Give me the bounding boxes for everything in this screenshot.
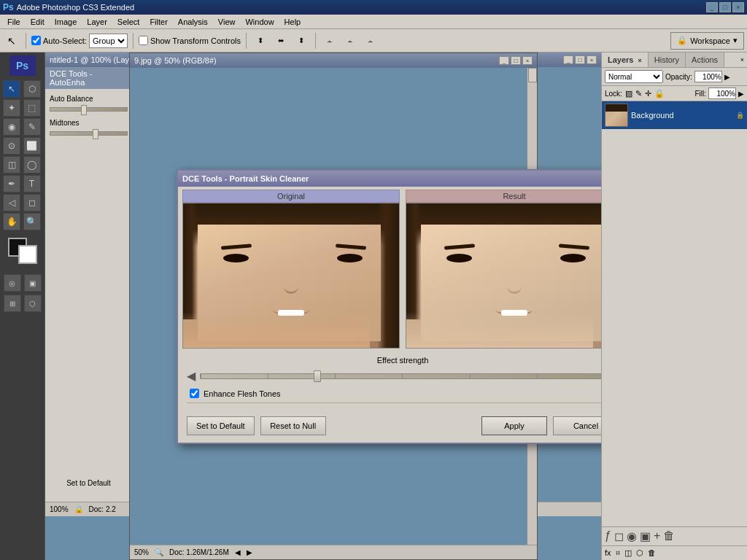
zoom-tool-icon[interactable]: 🔍 [23,213,41,230]
layer-item-background[interactable]: Background 🔒 [602,101,747,129]
fx-icon[interactable]: fx [605,548,611,558]
fill-adjustment-btn[interactable]: ◉ [627,529,637,543]
delete-layer-btn[interactable]: 🗑 [663,529,675,543]
menu-edit[interactable]: Edit [26,16,49,28]
distribute-btn-3[interactable]: ⫠ [362,32,379,50]
menu-layer[interactable]: Layer [82,16,112,28]
effect-slider-track[interactable] [200,373,601,379]
dodge-tool-icon[interactable]: ◯ [23,156,41,174]
align-top-btn[interactable]: ⬍ [252,32,269,50]
bg-doc-restore[interactable]: □ [575,55,585,64]
fill-input[interactable] [708,88,736,99]
effect-slider-thumb[interactable] [314,370,321,382]
tab-history[interactable]: History [649,52,686,67]
tab-actions[interactable]: Actions [686,52,724,67]
dce-title-bar[interactable]: DCE Tools - Portrait Skin Cleaner × [178,171,601,187]
front-doc-nav-left[interactable]: ◀ [235,548,241,556]
bridge-icon[interactable]: ⬡ [24,295,42,312]
eraser-tool-icon[interactable]: ⬜ [23,137,41,155]
workspace-btn[interactable]: 🔒 Workspace ▾ [670,32,744,50]
reset-null-btn[interactable]: Reset to Null [260,416,326,435]
clone-stamp-icon[interactable]: ⊙ [3,137,20,155]
front-doc-min[interactable]: _ [499,56,509,65]
gradient-tool-icon[interactable]: ◫ [3,156,20,174]
tab-layers-close[interactable]: × [638,57,642,64]
background-color[interactable] [18,245,37,264]
lock-transparent-icon[interactable]: ▨ [625,89,632,98]
lock-image-icon[interactable]: ✎ [635,89,642,98]
panel-close-btn[interactable]: × [738,55,747,65]
lasso-tool-icon[interactable]: ⬡ [23,80,41,98]
ae-slider-2[interactable] [50,131,128,136]
enhance-flesh-label[interactable]: Enhance Flesh Tones [204,389,281,398]
show-transform-checkbox[interactable] [139,36,148,45]
ae-thumb-1[interactable] [81,105,87,115]
opacity-input[interactable] [694,71,722,82]
menu-analysis[interactable]: Analysis [174,16,212,28]
front-doc-nav-right[interactable]: ▶ [247,548,252,556]
fg-bg-colors[interactable] [8,238,37,264]
layer-visibility-btn[interactable]: 🔒 [736,112,744,119]
layer-thumb-background [605,104,628,127]
menu-file[interactable]: File [3,16,25,28]
new-layer-btn[interactable]: + [654,529,660,543]
move-tool-btn[interactable]: ↖ [3,32,20,50]
screen-mode-icon[interactable]: ▣ [24,274,42,292]
tab-layers[interactable]: Layers × [602,52,649,67]
auto-select-dropdown[interactable]: Group Layer [89,34,128,48]
crop-tool-icon[interactable]: ⬚ [23,99,41,117]
distribute-btn-1[interactable]: ⫠ [321,32,338,50]
menu-view[interactable]: View [214,16,240,28]
shape-tool-icon[interactable]: ◻ [23,194,41,211]
slider-left-arrow[interactable]: ◀ [187,369,196,383]
align-vcenter-btn[interactable]: ⬌ [272,32,290,50]
show-transform-label[interactable]: Show Transform Controls [139,36,241,45]
quick-mask-icon[interactable]: ◎ [4,274,21,292]
set-default-btn[interactable]: Set to Default [187,416,255,435]
layer-del-icon[interactable]: 🗑 [648,548,656,558]
type-tool-icon[interactable]: T [23,175,41,192]
layer-new-icon[interactable]: ⬡ [636,548,643,558]
curves-icon[interactable]: ⌗ [616,548,620,558]
layer-style-btn[interactable]: ƒ [605,529,611,543]
menu-select[interactable]: Select [113,16,144,28]
apply-btn[interactable]: Apply [481,416,547,435]
window-controls[interactable]: _ □ × [706,2,744,12]
ae-slider-1[interactable] [50,107,128,112]
distribute-btn-2[interactable]: ⫠ [341,32,359,50]
menu-filter[interactable]: Filter [145,16,171,28]
move-tool-icon[interactable]: ↖ [3,80,20,98]
eyedropper-icon[interactable]: ◉ [3,118,20,136]
brush-tool-icon[interactable]: ✎ [23,118,41,136]
cancel-btn[interactable]: Cancel [553,416,601,435]
minimize-btn[interactable]: _ [706,2,718,12]
cs3-extra-icon[interactable]: ⊞ [4,295,21,312]
auto-select-checkbox[interactable] [31,36,41,45]
path-select-icon[interactable]: ◁ [3,194,20,211]
fill-arrow[interactable]: ▶ [738,90,744,98]
bg-doc-min[interactable]: _ [563,55,573,64]
ae-thumb-2[interactable] [93,129,98,139]
restore-btn[interactable]: □ [719,2,731,12]
magic-wand-icon[interactable]: ✦ [3,99,20,117]
menu-window[interactable]: Window [241,16,278,28]
layer-mask-btn[interactable]: ◻ [614,529,624,543]
scroll-thumb-right[interactable] [528,68,537,82]
menu-help[interactable]: Help [280,16,306,28]
group-btn[interactable]: ▣ [640,529,651,543]
menu-image[interactable]: Image [50,16,82,28]
front-doc-close[interactable]: × [522,56,533,65]
blend-mode-select[interactable]: Normal Multiply Screen [605,70,663,83]
paint-bucket-icon[interactable]: ◫ [624,548,632,558]
hand-tool-icon[interactable]: ✋ [3,213,20,230]
align-bottom-btn[interactable]: ⬍ [293,32,310,50]
opacity-arrow[interactable]: ▶ [724,73,730,81]
pen-tool-icon[interactable]: ✒ [3,175,20,192]
close-btn[interactable]: × [732,2,744,12]
lock-position-icon[interactable]: ✛ [645,89,651,98]
bg-doc-close[interactable]: × [587,55,597,64]
enhance-flesh-checkbox[interactable] [190,389,199,398]
lock-all-icon[interactable]: 🔒 [654,89,665,98]
auto-select-label[interactable]: Auto-Select: [31,36,87,45]
front-doc-restore[interactable]: □ [511,56,521,65]
